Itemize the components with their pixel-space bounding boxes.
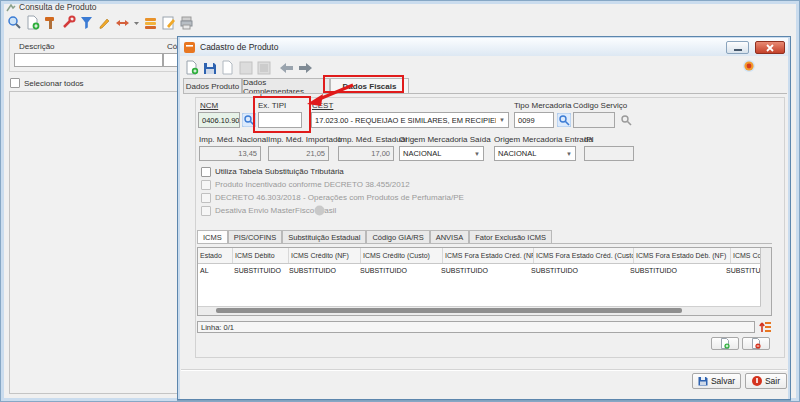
sair-label: Sair: [765, 376, 780, 386]
dialog-titlebar[interactable]: Cadastro de Produto: [180, 38, 788, 56]
tipo-mercadoria-search-icon[interactable]: [557, 113, 571, 127]
filter-icon[interactable]: [79, 15, 94, 30]
back-arrow-icon[interactable]: [279, 62, 294, 74]
tab-substituicao-estadual[interactable]: Substituição Estadual: [282, 230, 366, 244]
column-header[interactable]: ICMS Crédito (Custo): [361, 248, 443, 263]
tab-icms[interactable]: ICMS: [197, 230, 228, 244]
decreto-perfumaria-checkbox: [201, 193, 211, 203]
form-edit-icon[interactable]: [161, 15, 176, 30]
codigo-servico-input: [573, 112, 615, 128]
dropdown-caret-icon[interactable]: [133, 15, 140, 30]
exit-icon: [752, 376, 762, 386]
layers-icon[interactable]: [143, 15, 158, 30]
codigo-servico-label: Código Serviço: [573, 101, 627, 110]
column-header[interactable]: ICMS Fora Estado Créd. (NF): [443, 248, 534, 263]
forward-arrow-icon[interactable]: [298, 62, 313, 74]
descricao-input[interactable]: [14, 53, 163, 67]
clear-document-icon[interactable]: [221, 60, 235, 75]
dialog-toolbar: [185, 59, 313, 76]
imp-med-nacional-label: Imp. Méd. Nacional: [199, 135, 268, 144]
flame-icon[interactable]: [742, 59, 756, 73]
ipi-label: IPI: [584, 135, 594, 144]
imp-med-estadual-input: 17,00: [338, 146, 394, 161]
origem-entrada-label: Origem Mercadoria Entrada: [494, 135, 593, 144]
ncm-input[interactable]: 0406.10.90: [198, 112, 240, 128]
wrench-icon[interactable]: [61, 15, 76, 30]
column-header[interactable]: ICMS Fora Estado Créd. (Custo): [534, 248, 634, 263]
imp-med-importado-label: Imp. Méd. Importado: [268, 135, 342, 144]
tab-pis-cofins[interactable]: PIS/COFINS: [228, 230, 283, 244]
tipo-mercadoria-label: Tipo Mercadoria: [514, 101, 572, 110]
chevron-down-icon: ▼: [474, 151, 480, 157]
main-toolbar: [7, 13, 194, 31]
salvar-label: Salvar: [711, 376, 735, 386]
new-document-icon[interactable]: [25, 15, 40, 30]
close-button[interactable]: [755, 41, 785, 54]
cest-value: 17.023.00 - REQUEIJAO E SIMILARES, EM RE…: [315, 116, 496, 125]
column-header[interactable]: ICMS Fora Estado Déb. (NF): [634, 248, 731, 263]
sair-button[interactable]: Sair: [745, 373, 787, 389]
grid-vertical-scrollbar[interactable]: [760, 248, 771, 315]
disabled-tool-icon: [257, 61, 271, 75]
cest-select[interactable]: 17.023.00 - REQUEIJAO E SIMILARES, EM RE…: [311, 112, 509, 128]
sort-rows-icon[interactable]: [758, 320, 772, 334]
add-row-button[interactable]: [711, 337, 739, 350]
chevron-down-icon: ▼: [566, 151, 572, 157]
column-header[interactable]: ICMS Crédito (NF): [289, 248, 361, 263]
save-icon: [698, 376, 708, 386]
origem-entrada-select[interactable]: NACIONAL ▼: [494, 146, 576, 161]
cell-estado: AL: [198, 264, 232, 276]
linha-status-bar: Linha: 0/1: [197, 321, 755, 333]
table-row[interactable]: AL SUBSTITUIDO SUBSTITUIDO SUBSTITUIDO S…: [198, 264, 761, 276]
new-document-icon[interactable]: [185, 60, 199, 75]
origem-saida-select[interactable]: NACIONAL ▼: [399, 146, 484, 161]
origem-saida-label: Origem Mercadoria Saída: [399, 135, 491, 144]
tipo-mercadoria-input[interactable]: 0099: [514, 112, 554, 128]
search-icon[interactable]: [7, 15, 22, 30]
annotation-arrow: [301, 81, 361, 109]
screen: Consulta de Produto Descrição Cód Seleci…: [0, 0, 800, 402]
column-header[interactable]: Estado: [198, 248, 233, 263]
tab-dados-produto[interactable]: Dados Produto: [183, 78, 242, 94]
cell-icms-fora-deb-nf: SUBSTITUIDO: [628, 264, 724, 276]
select-all-label: Selecionar todos: [24, 79, 84, 88]
dialog-icon: [184, 42, 195, 53]
origem-saida-value: NACIONAL: [403, 149, 441, 158]
cell-icms-fora-cred-custo: SUBSTITUIDO: [529, 264, 628, 276]
edit-pencil-icon[interactable]: [97, 15, 112, 30]
utiliza-tabela-st-checkbox[interactable]: [201, 167, 211, 177]
column-header[interactable]: ICMS Débito: [233, 248, 289, 263]
minimize-button[interactable]: [726, 41, 749, 54]
save-icon[interactable]: [203, 61, 217, 75]
main-window-title: Consulta de Produto: [19, 2, 97, 12]
ncm-label[interactable]: NCM: [200, 101, 218, 110]
grid-horizontal-scrollbar[interactable]: [198, 306, 761, 315]
desativa-masterfisco-checkbox: [201, 206, 211, 216]
utiliza-tabela-st-label: Utiliza Tabela Substituição Tributária: [215, 167, 344, 176]
grid-header-row: Estado ICMS Débito ICMS Crédito (NF) ICM…: [198, 248, 761, 264]
tab-codigo-gia-rs[interactable]: Código GIA/RS: [366, 230, 429, 244]
cell-icms-credito-nf: SUBSTITUIDO: [287, 264, 358, 276]
codigo-servico-search-icon: [619, 113, 633, 127]
icms-grid: Estado ICMS Débito ICMS Crédito (NF) ICM…: [197, 247, 772, 316]
footer-divider: [181, 369, 787, 370]
produto-incentivado-checkbox: [201, 180, 211, 190]
salvar-button[interactable]: Salvar: [692, 373, 741, 389]
scrollbar-thumb[interactable]: [216, 308, 682, 313]
tab-fator-exclusao-icms[interactable]: Fator Exclusão ICMS: [469, 230, 552, 244]
hammer-icon[interactable]: [43, 15, 58, 30]
imp-med-importado-input: 21,05: [268, 146, 329, 161]
remove-row-button[interactable]: [742, 337, 770, 350]
cell-icms-debito: SUBSTITUIDO: [232, 264, 287, 276]
cell-icms-fora-cred-nf: SUBSTITUIDO: [439, 264, 529, 276]
select-all-checkbox[interactable]: [10, 78, 20, 88]
printer-icon[interactable]: [179, 15, 194, 30]
ipi-input: [584, 146, 634, 161]
tabstrip-baseline: [183, 93, 787, 94]
imp-med-nacional-input: 13,45: [199, 146, 261, 161]
cell-icms-credito-custo: SUBSTITUIDO: [358, 264, 439, 276]
resize-tool-icon[interactable]: [115, 15, 130, 30]
chevron-down-icon: ▼: [499, 117, 505, 123]
produto-incentivado-label: Produto Incentivado conforme DECRETO 38.…: [215, 180, 410, 189]
tab-anvisa[interactable]: ANVISA: [430, 230, 470, 244]
